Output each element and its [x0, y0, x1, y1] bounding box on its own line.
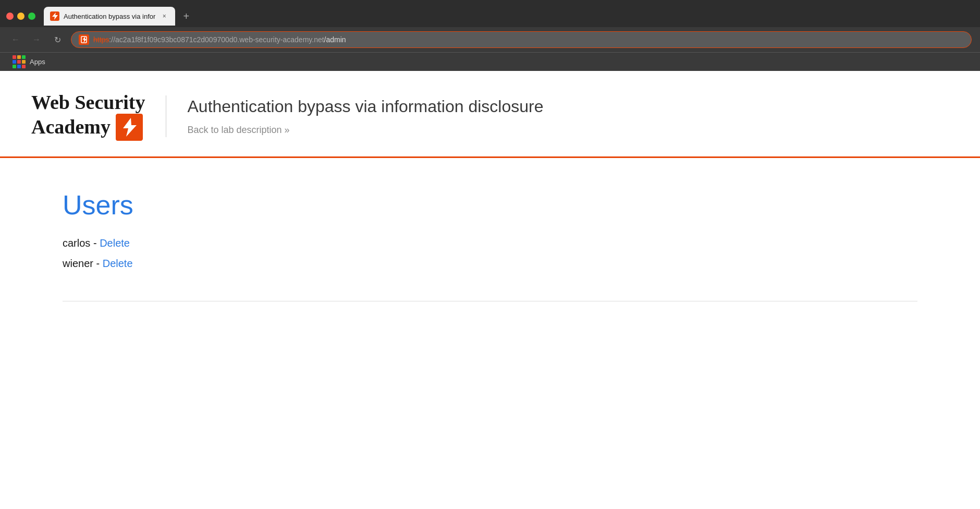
delete-carlos-link[interactable]: Delete — [100, 237, 130, 249]
reload-button[interactable]: ↻ — [50, 32, 65, 47]
browser-chrome: Authentication bypass via infor × + ← → … — [0, 0, 980, 71]
delete-wiener-link[interactable]: Delete — [103, 258, 133, 269]
user-item-wiener: wiener - Delete — [63, 258, 917, 270]
user-item-carlos: carlos - Delete — [63, 237, 917, 249]
https-text: https — [93, 35, 109, 44]
tab-bar: Authentication bypass via infor × + — [44, 7, 194, 26]
site-header: Web Security Academy Authentication bypa… — [0, 71, 980, 158]
minimize-button[interactable] — [17, 13, 24, 20]
security-icon — [79, 34, 89, 45]
user-separator-carlos: - — [93, 237, 100, 249]
logo-icon — [116, 114, 143, 141]
user-name-carlos: carlos — [63, 237, 90, 249]
close-button[interactable] — [6, 13, 14, 20]
logo-line2: Academy — [31, 114, 143, 141]
user-list: carlos - Delete wiener - Delete — [63, 237, 917, 270]
url-display: https://ac2a1f8f1f09c93bc0871c2d009700d0… — [93, 35, 346, 44]
logo-area: Web Security Academy — [31, 92, 145, 141]
tab-title: Authentication bypass via infor — [64, 13, 155, 20]
back-to-lab-link[interactable]: Back to lab description » — [187, 125, 543, 136]
address-bar[interactable]: https://ac2a1f8f1f09c93bc0871c2d009700d0… — [71, 31, 972, 48]
apps-label: Apps — [30, 58, 45, 66]
user-separator-wiener: - — [96, 258, 102, 269]
back-button[interactable]: ← — [8, 32, 23, 47]
traffic-lights — [6, 13, 35, 20]
title-bar: Authentication bypass via infor × + — [0, 0, 980, 27]
bookmarks-bar: Apps — [0, 52, 980, 71]
apps-grid-icon — [13, 55, 26, 68]
bottom-divider — [63, 301, 917, 301]
lab-title: Authentication bypass via information di… — [187, 97, 543, 116]
maximize-button[interactable] — [28, 13, 35, 20]
apps-button[interactable]: Apps — [8, 53, 50, 70]
logo-text: Web Security Academy — [31, 92, 145, 141]
tab-close-button[interactable]: × — [160, 11, 169, 21]
header-info: Authentication bypass via information di… — [187, 97, 543, 136]
page-content: Web Security Academy Authentication bypa… — [0, 71, 980, 509]
main-content: Users carlos - Delete wiener - Delete — [0, 158, 980, 333]
tab-favicon-icon — [50, 11, 59, 21]
users-heading: Users — [63, 189, 917, 221]
address-bar-row: ← → ↻ https://ac2a1f8f1f09c93bc0871c2d00… — [0, 27, 980, 52]
active-tab[interactable]: Authentication bypass via infor × — [44, 7, 175, 26]
url-domain: ac2a1f8f1f09c93bc0871c2d009700d0.web-sec… — [115, 35, 324, 44]
header-divider — [166, 95, 166, 137]
url-scheme-sep: :// — [109, 35, 115, 44]
logo-line1: Web Security — [31, 91, 145, 113]
new-tab-button[interactable]: + — [178, 8, 194, 24]
url-path: /admin — [324, 35, 346, 44]
user-name-wiener: wiener — [63, 258, 93, 269]
forward-button[interactable]: → — [29, 32, 44, 47]
